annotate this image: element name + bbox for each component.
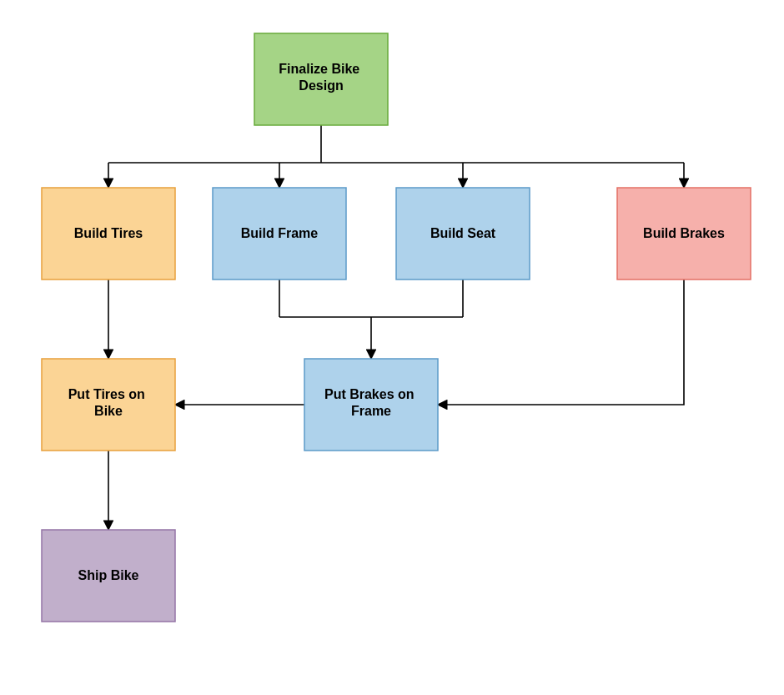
node-build-seat: Build Seat bbox=[396, 188, 530, 280]
flowchart-canvas: Finalize Bike Design Build Tires Build F… bbox=[0, 0, 784, 695]
node-build-tires: Build Tires bbox=[42, 188, 175, 280]
edge-brakes-to-putbrakes bbox=[438, 280, 684, 405]
node-ship-bike-label: Ship Bike bbox=[78, 568, 139, 582]
node-finalize: Finalize Bike Design bbox=[254, 33, 388, 125]
node-build-brakes-label: Build Brakes bbox=[643, 226, 725, 240]
node-ship-bike: Ship Bike bbox=[42, 530, 175, 622]
node-build-frame: Build Frame bbox=[213, 188, 346, 280]
node-build-seat-label: Build Seat bbox=[430, 226, 496, 240]
node-build-tires-label: Build Tires bbox=[74, 226, 143, 240]
node-put-tires: Put Tires on Bike bbox=[42, 359, 175, 451]
node-build-frame-label: Build Frame bbox=[241, 226, 319, 240]
nodes: Finalize Bike Design Build Tires Build F… bbox=[42, 33, 751, 622]
edges bbox=[108, 125, 684, 530]
node-build-brakes: Build Brakes bbox=[617, 188, 751, 280]
node-put-brakes: Put Brakes on Frame bbox=[304, 359, 438, 451]
